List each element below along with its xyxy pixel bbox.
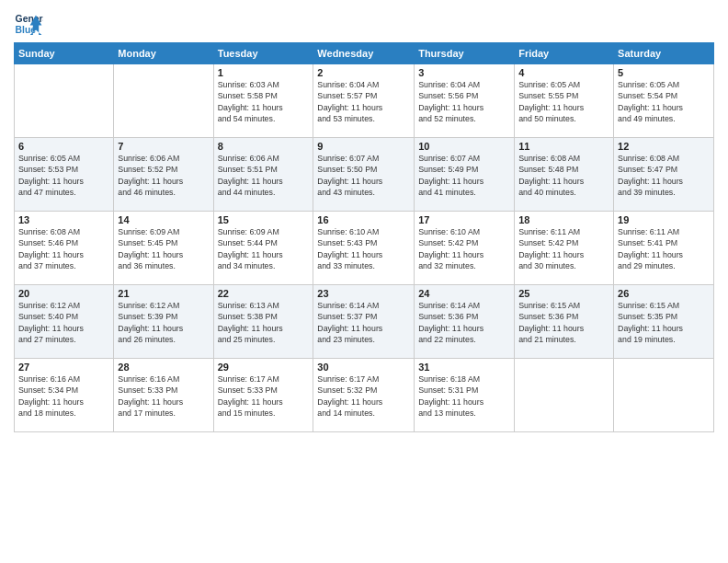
day-number: 16 — [317, 214, 410, 225]
day-info: Sunrise: 6:14 AM Sunset: 5:36 PM Dayligh… — [418, 300, 510, 345]
weekday-header-saturday: Saturday — [614, 43, 714, 64]
day-info: Sunrise: 6:10 AM Sunset: 5:43 PM Dayligh… — [317, 226, 410, 271]
day-info: Sunrise: 6:04 AM Sunset: 5:57 PM Dayligh… — [317, 79, 410, 124]
day-info: Sunrise: 6:17 AM Sunset: 5:33 PM Dayligh… — [218, 373, 310, 419]
day-number: 18 — [518, 214, 609, 225]
day-info: Sunrise: 6:08 AM Sunset: 5:47 PM Dayligh… — [618, 153, 710, 198]
day-number: 25 — [518, 288, 609, 299]
calendar-cell: 15Sunrise: 6:09 AM Sunset: 5:44 PM Dayli… — [213, 212, 313, 285]
calendar-cell — [15, 64, 114, 138]
day-number: 28 — [118, 362, 209, 373]
day-number: 12 — [618, 141, 710, 152]
day-info: Sunrise: 6:06 AM Sunset: 5:51 PM Dayligh… — [218, 153, 310, 198]
calendar-cell: 10Sunrise: 6:07 AM Sunset: 5:49 PM Dayli… — [415, 138, 515, 212]
day-info: Sunrise: 6:08 AM Sunset: 5:46 PM Dayligh… — [18, 226, 109, 271]
header: General Blue — [14, 9, 714, 39]
calendar-cell: 5Sunrise: 6:05 AM Sunset: 5:54 PM Daylig… — [614, 64, 714, 138]
day-info: Sunrise: 6:10 AM Sunset: 5:42 PM Dayligh… — [418, 226, 510, 271]
calendar-cell: 26Sunrise: 6:15 AM Sunset: 5:35 PM Dayli… — [614, 285, 714, 359]
logo: General Blue — [14, 9, 43, 39]
day-number: 6 — [18, 141, 109, 152]
day-info: Sunrise: 6:13 AM Sunset: 5:38 PM Dayligh… — [218, 300, 310, 345]
calendar-cell: 9Sunrise: 6:07 AM Sunset: 5:50 PM Daylig… — [313, 138, 415, 212]
day-number: 29 — [218, 362, 310, 373]
day-info: Sunrise: 6:07 AM Sunset: 5:50 PM Dayligh… — [317, 153, 410, 198]
day-number: 11 — [518, 141, 609, 152]
calendar-cell: 3Sunrise: 6:04 AM Sunset: 5:56 PM Daylig… — [415, 64, 515, 138]
calendar-cell: 14Sunrise: 6:09 AM Sunset: 5:45 PM Dayli… — [114, 212, 213, 285]
day-number: 27 — [18, 362, 109, 373]
calendar-cell: 13Sunrise: 6:08 AM Sunset: 5:46 PM Dayli… — [15, 212, 114, 285]
day-info: Sunrise: 6:18 AM Sunset: 5:31 PM Dayligh… — [418, 373, 510, 419]
day-number: 23 — [317, 288, 410, 299]
day-number: 26 — [618, 288, 710, 299]
day-info: Sunrise: 6:07 AM Sunset: 5:49 PM Dayligh… — [418, 153, 510, 198]
calendar-cell: 19Sunrise: 6:11 AM Sunset: 5:41 PM Dayli… — [614, 212, 714, 285]
calendar-cell: 24Sunrise: 6:14 AM Sunset: 5:36 PM Dayli… — [415, 285, 515, 359]
day-info: Sunrise: 6:14 AM Sunset: 5:37 PM Dayligh… — [317, 300, 410, 345]
day-info: Sunrise: 6:08 AM Sunset: 5:48 PM Dayligh… — [518, 153, 609, 198]
weekday-header-thursday: Thursday — [415, 43, 515, 64]
calendar-cell: 18Sunrise: 6:11 AM Sunset: 5:42 PM Dayli… — [515, 212, 614, 285]
day-info: Sunrise: 6:17 AM Sunset: 5:32 PM Dayligh… — [317, 373, 410, 419]
weekday-header-row: SundayMondayTuesdayWednesdayThursdayFrid… — [15, 43, 714, 64]
day-number: 2 — [317, 67, 410, 78]
calendar-cell: 23Sunrise: 6:14 AM Sunset: 5:37 PM Dayli… — [313, 285, 415, 359]
day-info: Sunrise: 6:15 AM Sunset: 5:36 PM Dayligh… — [518, 300, 609, 345]
day-number: 31 — [418, 362, 510, 373]
calendar-cell: 31Sunrise: 6:18 AM Sunset: 5:31 PM Dayli… — [415, 359, 515, 432]
weekday-header-tuesday: Tuesday — [213, 43, 313, 64]
day-number: 3 — [418, 67, 510, 78]
week-row-3: 13Sunrise: 6:08 AM Sunset: 5:46 PM Dayli… — [15, 212, 714, 285]
calendar-cell: 17Sunrise: 6:10 AM Sunset: 5:42 PM Dayli… — [415, 212, 515, 285]
day-info: Sunrise: 6:05 AM Sunset: 5:55 PM Dayligh… — [518, 79, 609, 124]
weekday-header-sunday: Sunday — [15, 43, 114, 64]
weekday-header-monday: Monday — [114, 43, 213, 64]
calendar-cell: 22Sunrise: 6:13 AM Sunset: 5:38 PM Dayli… — [213, 285, 313, 359]
day-number: 15 — [218, 214, 310, 225]
day-number: 5 — [618, 67, 710, 78]
day-info: Sunrise: 6:09 AM Sunset: 5:44 PM Dayligh… — [218, 226, 310, 271]
calendar-cell: 6Sunrise: 6:05 AM Sunset: 5:53 PM Daylig… — [15, 138, 114, 212]
calendar-cell: 28Sunrise: 6:16 AM Sunset: 5:33 PM Dayli… — [114, 359, 213, 432]
calendar-cell: 27Sunrise: 6:16 AM Sunset: 5:34 PM Dayli… — [15, 359, 114, 432]
weekday-header-wednesday: Wednesday — [313, 43, 415, 64]
calendar-cell: 7Sunrise: 6:06 AM Sunset: 5:52 PM Daylig… — [114, 138, 213, 212]
day-info: Sunrise: 6:11 AM Sunset: 5:41 PM Dayligh… — [618, 226, 710, 271]
day-number: 8 — [218, 141, 310, 152]
day-number: 7 — [118, 141, 209, 152]
calendar-page: General Blue SundayMondayTuesdayWednesda… — [0, 0, 728, 563]
day-info: Sunrise: 6:05 AM Sunset: 5:53 PM Dayligh… — [18, 153, 109, 198]
calendar-cell — [114, 64, 213, 138]
day-info: Sunrise: 6:16 AM Sunset: 5:34 PM Dayligh… — [18, 373, 109, 419]
calendar-cell: 12Sunrise: 6:08 AM Sunset: 5:47 PM Dayli… — [614, 138, 714, 212]
calendar-cell: 11Sunrise: 6:08 AM Sunset: 5:48 PM Dayli… — [515, 138, 614, 212]
day-number: 14 — [118, 214, 209, 225]
calendar-cell: 29Sunrise: 6:17 AM Sunset: 5:33 PM Dayli… — [213, 359, 313, 432]
day-number: 1 — [218, 67, 310, 78]
weekday-header-friday: Friday — [515, 43, 614, 64]
day-number: 13 — [18, 214, 109, 225]
day-info: Sunrise: 6:11 AM Sunset: 5:42 PM Dayligh… — [518, 226, 609, 271]
day-info: Sunrise: 6:09 AM Sunset: 5:45 PM Dayligh… — [118, 226, 209, 271]
day-number: 30 — [317, 362, 410, 373]
calendar-cell: 21Sunrise: 6:12 AM Sunset: 5:39 PM Dayli… — [114, 285, 213, 359]
day-number: 21 — [118, 288, 209, 299]
day-number: 17 — [418, 214, 510, 225]
calendar-cell: 25Sunrise: 6:15 AM Sunset: 5:36 PM Dayli… — [515, 285, 614, 359]
day-number: 24 — [418, 288, 510, 299]
calendar-cell: 16Sunrise: 6:10 AM Sunset: 5:43 PM Dayli… — [313, 212, 415, 285]
logo-icon: General Blue — [14, 9, 43, 39]
day-number: 19 — [618, 214, 710, 225]
day-info: Sunrise: 6:05 AM Sunset: 5:54 PM Dayligh… — [618, 79, 710, 124]
day-info: Sunrise: 6:12 AM Sunset: 5:40 PM Dayligh… — [18, 300, 109, 345]
week-row-4: 20Sunrise: 6:12 AM Sunset: 5:40 PM Dayli… — [15, 285, 714, 359]
day-number: 9 — [317, 141, 410, 152]
calendar-cell: 4Sunrise: 6:05 AM Sunset: 5:55 PM Daylig… — [515, 64, 614, 138]
day-info: Sunrise: 6:06 AM Sunset: 5:52 PM Dayligh… — [118, 153, 209, 198]
week-row-2: 6Sunrise: 6:05 AM Sunset: 5:53 PM Daylig… — [15, 138, 714, 212]
calendar-cell: 1Sunrise: 6:03 AM Sunset: 5:58 PM Daylig… — [213, 64, 313, 138]
calendar-cell: 2Sunrise: 6:04 AM Sunset: 5:57 PM Daylig… — [313, 64, 415, 138]
week-row-1: 1Sunrise: 6:03 AM Sunset: 5:58 PM Daylig… — [15, 64, 714, 138]
day-number: 20 — [18, 288, 109, 299]
